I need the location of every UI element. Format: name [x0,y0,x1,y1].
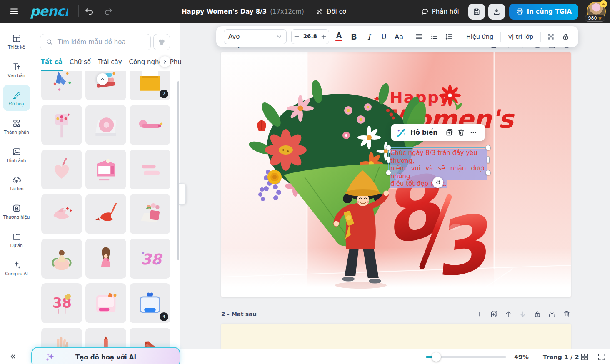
duplicate-element-button[interactable] [445,128,453,137]
layer-position-button[interactable]: Vị trí lớp [505,33,536,40]
selection-handle-top-left[interactable] [386,145,391,150]
sidebar-item-graphics[interactable]: Đồ hoạ [3,85,30,111]
color-a-glyph: A [336,32,342,39]
printer-icon [516,7,524,15]
font-size-increase-button[interactable] [318,30,329,44]
graphic-tile-gift-flowers[interactable] [130,194,170,234]
tab-công-nghệ[interactable]: Công nghệ [129,58,163,71]
download-page-button[interactable] [548,310,556,318]
delete-page-button[interactable] [562,310,571,318]
text-align-button[interactable] [414,30,424,44]
text-case-button[interactable]: Aa [394,30,404,44]
underline-button[interactable]: U [379,30,389,44]
font-size-decrease-button[interactable] [292,30,302,44]
graphic-tile-traffic-light[interactable] [41,105,82,145]
download-button[interactable] [488,4,505,20]
selection-handle-bottom-right[interactable] [485,170,491,175]
sidebar-item-design[interactable]: Thiết kế [3,28,30,55]
color-filter-button[interactable] [153,34,170,50]
sidebar-item-label: Hình ảnh [7,158,26,163]
font-size-value[interactable]: 26.8 [302,30,318,44]
zoom-slider-knob[interactable] [432,352,441,362]
tab-chữ-số[interactable]: Chữ số [70,58,91,71]
move-page-down-button[interactable] [519,310,527,318]
sidebar-item-projects[interactable]: Dự án [3,226,30,253]
graphic-tile-woman-flower[interactable] [41,239,82,279]
graphic-tile-number-38[interactable]: 38 [130,239,170,279]
magic-label[interactable]: Hô biến [410,129,438,136]
save-button[interactable] [468,4,485,20]
list-button[interactable] [429,30,439,44]
graphic-tile-confetti-person[interactable] [41,71,82,100]
app: penci Happy Women's Day 8/3 (17x12cm) Đổ… [0,0,610,364]
resize-button[interactable]: Đổi cỡ [315,7,346,16]
graphic-tile-gift-blue[interactable]: 4 [130,283,170,323]
bold-button[interactable]: B [349,30,359,44]
graphic-tile-gold-frame[interactable]: 2 [130,71,170,100]
graphic-tile-record-player[interactable] [85,105,126,145]
design-page-2[interactable] [221,324,571,349]
graphic-tile-koi-fish[interactable] [85,194,126,234]
graphic-tile-heart-ribbon[interactable] [41,150,82,189]
search-input[interactable]: Tìm kiếm mẫu đồ hoạ [40,34,151,50]
graphic-tile-balloons-38[interactable]: 38 [41,283,82,323]
tab-phụ[interactable]: Phụ [170,58,182,71]
unlock-icon [533,310,542,318]
collapse-group-button[interactable] [97,73,108,85]
text-selection-box[interactable]: Chúc ngày 8/3 tràn đầy yêu thương, niềm … [388,147,488,172]
graphic-tile-pink-banner[interactable] [130,105,170,145]
selection-handle-bottom-left[interactable] [386,170,391,175]
selection-handle-right[interactable] [487,156,490,163]
credits-badge[interactable]: 980 ★ [585,15,605,22]
tabs-more-button[interactable] [160,56,170,67]
print-tgia-button[interactable]: In cùng TGIA [509,4,578,20]
graphic-tile-pink-bars[interactable] [130,150,170,189]
graphic-tile-dove[interactable] [41,194,82,234]
color-mixer-icon [157,37,167,47]
duplicate-page-button[interactable] [489,310,498,319]
line-spacing-button[interactable] [444,30,454,44]
tab-trái-cây[interactable]: Trái cây [98,58,122,71]
sidebar-item-brand[interactable]: Thương hiệu [3,198,30,224]
graphic-tile-sale-frame[interactable] [85,283,126,323]
tab-tất-cả[interactable]: Tất cả [41,58,62,71]
sidebar-item-uploads[interactable]: Tải lên [3,170,30,196]
panel-scrollbar[interactable] [178,81,179,260]
undo-button[interactable] [84,6,94,17]
lock-button[interactable] [560,30,571,44]
menu-button[interactable] [9,6,19,17]
graphics-panel: Tìm kiếm mẫu đồ hoạ Tất cảChữ sốTrái cây… [33,23,180,364]
font-family-select[interactable]: Avo [224,29,287,44]
feedback-button[interactable]: Phản hồi [421,7,459,16]
delete-element-button[interactable] [457,128,465,137]
more-options-button[interactable] [469,128,478,137]
graphic-tile-pink-card[interactable] [85,150,126,189]
redo-button[interactable] [103,6,113,17]
rotate-refresh-button[interactable] [432,177,443,188]
panel-resize-handle[interactable] [179,183,186,205]
design-icon [12,33,22,43]
move-page-up-button[interactable] [504,310,512,318]
selection-handle-top-right[interactable] [485,145,491,150]
selection-handle-left[interactable] [387,156,390,163]
add-page-button[interactable] [476,311,483,317]
fullscreen-button[interactable] [597,352,606,363]
italic-button[interactable]: I [364,30,374,44]
sidebar-item-components[interactable]: Thành phần [3,113,30,140]
sidebar-item-images[interactable]: Hình ảnh [3,141,30,168]
sidebar-item-ai-tools[interactable]: Công cụ AI [3,254,30,281]
collapse-panel-button[interactable] [9,353,17,362]
tiles-scroll-area[interactable]: 238384 [33,71,179,364]
sidebar-item-text[interactable]: Văn bản [3,56,30,83]
effects-button[interactable]: Hiệu ứng [464,33,496,40]
graphic-tile-girl-dress[interactable] [85,239,126,279]
design-page-1[interactable]: Happy Women's 8 3 [221,52,571,297]
header: penci Happy Women's Day 8/3 (17x12cm) Đổ… [0,0,610,23]
line-spacing-icon [445,32,453,41]
grid-view-button[interactable] [580,352,589,363]
lock-page-button[interactable] [533,310,542,318]
create-graphics-ai-button[interactable]: Tạo đồ hoạ với AI [31,347,180,364]
text-color-button[interactable]: A [334,30,344,44]
color-swatch [335,40,342,41]
transparency-button[interactable] [545,30,556,44]
